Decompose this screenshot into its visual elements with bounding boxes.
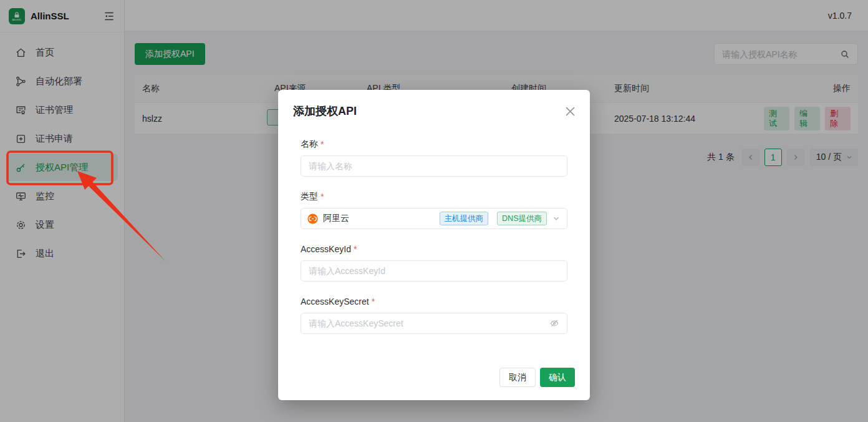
aliyun-icon xyxy=(307,213,318,224)
app-root: { "app": { "brand": "AllinSSL", "version… xyxy=(0,0,868,422)
access-key-secret-input[interactable] xyxy=(309,318,549,328)
type-select[interactable]: 阿里云 主机提供商 DNS提供商 xyxy=(301,208,567,229)
name-field-label: 名称 xyxy=(301,139,318,150)
name-field-group: 名称 * xyxy=(301,138,567,177)
access-key-id-input[interactable] xyxy=(309,266,559,276)
type-field-label: 类型 xyxy=(301,191,318,202)
type-field-group: 类型 * 阿里云 主机提供商 DNS提供商 xyxy=(301,190,567,229)
close-icon[interactable] xyxy=(565,106,576,117)
name-input[interactable] xyxy=(309,161,559,171)
modal-title: 添加授权API xyxy=(293,103,575,119)
modal-footer: 取消 确认 xyxy=(499,368,575,387)
access-key-id-label: AccessKeyId xyxy=(301,244,351,254)
dns-provider-tag: DNS提供商 xyxy=(497,212,547,225)
cancel-button[interactable]: 取消 xyxy=(499,368,536,387)
required-mark: * xyxy=(372,297,375,307)
type-select-value: 阿里云 xyxy=(323,213,435,224)
eye-off-icon[interactable] xyxy=(549,318,559,328)
modal-body: 名称 * 类型 * 阿里云 主机提供商 xyxy=(278,138,590,334)
access-key-secret-field-group: AccessKeySecret * xyxy=(301,295,567,334)
access-key-secret-label: AccessKeySecret xyxy=(301,297,369,307)
host-provider-tag: 主机提供商 xyxy=(440,212,489,225)
add-api-modal: 添加授权API 名称 * 类型 * xyxy=(278,90,590,400)
required-mark: * xyxy=(321,139,324,149)
confirm-button[interactable]: 确认 xyxy=(540,368,575,387)
modal-header: 添加授权API xyxy=(278,90,590,119)
access-key-id-field-group: AccessKeyId * xyxy=(301,243,567,282)
chevron-down-icon xyxy=(552,214,561,223)
required-mark: * xyxy=(321,192,324,202)
required-mark: * xyxy=(354,244,357,254)
